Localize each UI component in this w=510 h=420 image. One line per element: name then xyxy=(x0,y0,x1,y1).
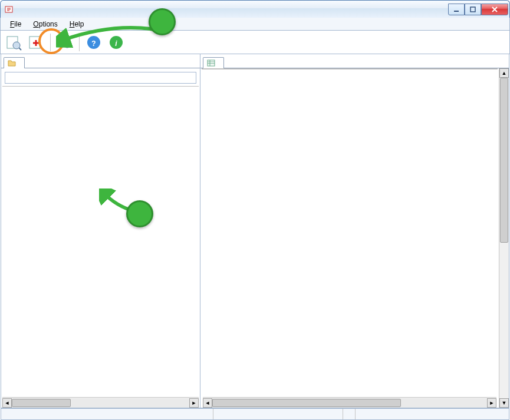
left-pane: ◄ ► xyxy=(1,54,200,408)
status-bar xyxy=(1,408,509,420)
toolbar-divider xyxy=(50,34,51,51)
search-input[interactable] xyxy=(5,72,196,84)
tab-rows[interactable] xyxy=(203,57,224,68)
status-items xyxy=(213,409,343,419)
minimize-button[interactable] xyxy=(448,4,465,15)
right-hscrollbar[interactable]: ◄ ► xyxy=(203,397,496,408)
svg-rect-1 xyxy=(454,11,459,12)
data-grid[interactable]: ◄ ► xyxy=(202,68,498,408)
maximize-button[interactable] xyxy=(465,4,481,15)
scroll-down-icon[interactable]: ▼ xyxy=(499,398,509,408)
close-button[interactable] xyxy=(481,4,508,15)
status-recover xyxy=(343,409,356,419)
status-ready xyxy=(1,409,213,419)
search-label xyxy=(1,68,200,71)
left-hscrollbar[interactable]: ◄ ► xyxy=(2,397,199,408)
svg-rect-2 xyxy=(470,7,475,12)
right-pane: ◄ ► ▲ ▼ xyxy=(200,54,509,408)
scroll-left-icon[interactable]: ◄ xyxy=(2,398,12,408)
scroll-right-icon[interactable]: ► xyxy=(487,398,496,408)
left-tabstrip xyxy=(1,54,200,68)
title-bar xyxy=(0,0,510,18)
file-tree[interactable] xyxy=(2,86,199,397)
scroll-left-icon[interactable]: ◄ xyxy=(203,398,212,408)
scroll-right-icon[interactable]: ► xyxy=(189,398,199,408)
client-area: ◄ ► ◄ ► ▲ ▼ xyxy=(1,54,509,408)
folder-icon xyxy=(8,59,16,67)
callout-4 xyxy=(126,200,153,227)
open-file-button[interactable] xyxy=(3,32,24,52)
menu-file[interactable]: File xyxy=(5,19,26,29)
grid-body[interactable] xyxy=(202,70,498,397)
scroll-up-icon[interactable]: ▲ xyxy=(499,68,509,78)
recover-button[interactable] xyxy=(25,32,47,52)
table-icon xyxy=(207,59,215,67)
app-icon xyxy=(4,5,14,14)
svg-rect-13 xyxy=(208,60,215,66)
right-tabstrip xyxy=(200,54,509,68)
tab-files[interactable] xyxy=(4,57,25,68)
right-vscrollbar[interactable]: ▲ ▼ xyxy=(499,68,509,408)
callout-5 xyxy=(149,8,176,35)
svg-line-5 xyxy=(19,48,21,50)
window-buttons xyxy=(448,4,508,15)
